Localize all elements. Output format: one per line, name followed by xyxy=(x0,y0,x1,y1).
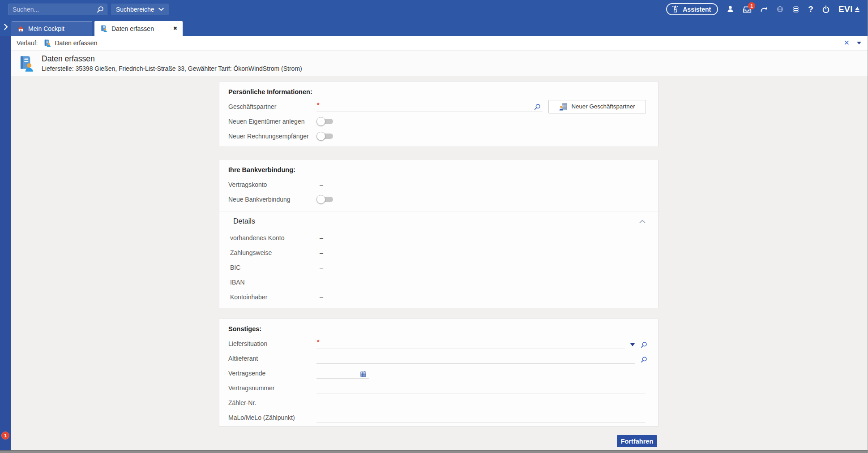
brand-logo: EVI xyxy=(838,4,860,14)
doc-person-icon xyxy=(100,25,107,32)
expand-sidebar-button[interactable] xyxy=(0,20,12,34)
data-button[interactable] xyxy=(792,6,800,13)
global-search-box[interactable] xyxy=(8,4,107,15)
globe-icon xyxy=(776,5,784,13)
topbar-actions: Assistent 1 ? EVI xyxy=(666,3,860,15)
field-value: – xyxy=(316,264,323,271)
history-menu-triangle-icon[interactable] xyxy=(857,42,861,44)
form-row-vertragsende: Vertragsende xyxy=(228,366,649,380)
collapsed-sidebar[interactable]: 1 xyxy=(0,36,11,450)
field-label: Kontoinhaber xyxy=(228,293,316,301)
tab-label: Mein Cockpit xyxy=(28,25,64,32)
page-subtitle: Lieferstelle: 35398 Gießen, Friedrich-Li… xyxy=(42,65,302,72)
home-icon xyxy=(17,26,24,32)
field-label: Zähler-Nr. xyxy=(228,399,316,406)
field-label: MaLo/MeLo (Zählpunkt) xyxy=(228,414,316,421)
tab-daten-erfassen[interactable]: Daten erfassen ✖ xyxy=(94,21,183,36)
field-label: Zahlungsweise xyxy=(228,249,316,256)
redo-arrow-icon xyxy=(760,5,768,13)
continue-button[interactable]: Fortfahren xyxy=(617,435,657,447)
bank-details-panel: Details vorhandenes Konto – Zahlungsweis… xyxy=(219,211,658,304)
field-label: BIC xyxy=(228,264,316,271)
database-icon xyxy=(792,6,800,13)
doc-person-icon xyxy=(43,39,51,47)
field-label: Vertragsende xyxy=(228,370,316,377)
form-row-malo-melo: MaLo/MeLo (Zählpunkt) xyxy=(228,410,649,425)
tab-bar: Mein Cockpit Daten erfassen ✖ xyxy=(0,18,868,36)
network-button[interactable] xyxy=(776,5,784,13)
required-marker: * xyxy=(317,101,319,108)
assistant-label: Assistent xyxy=(683,6,711,13)
brand-text: EVI xyxy=(838,4,853,14)
question-mark-icon: ? xyxy=(808,4,813,14)
new-partner-button[interactable]: Neuer Geschäftspartner xyxy=(548,100,646,113)
field-value: – xyxy=(316,279,323,286)
form-row-vorhandenes-konto: vorhandenes Konto – xyxy=(228,230,649,245)
details-header[interactable]: Details xyxy=(228,211,649,230)
dropdown-triangle-icon[interactable] xyxy=(630,343,635,346)
page-doc-person-icon xyxy=(17,55,34,72)
form-row-eigentuemer: Neuen Eigentümer anlegen xyxy=(228,114,649,129)
search-icon[interactable] xyxy=(534,104,541,110)
section-title: Persönliche Informationen: xyxy=(228,82,649,99)
sailboat-icon xyxy=(854,6,860,13)
field-label: Neuer Rechnungsempfänger xyxy=(228,133,316,140)
history-item[interactable]: Daten erfassen xyxy=(43,39,97,47)
inbox-badge: 1 xyxy=(748,2,755,9)
power-icon xyxy=(822,5,830,13)
tab-close-button[interactable]: ✖ xyxy=(173,26,177,31)
section-title: Sonstiges: xyxy=(228,319,649,336)
search-input[interactable] xyxy=(13,6,97,13)
history-close-button[interactable]: ✕ xyxy=(844,39,850,47)
form-row-altlieferant: Altlieferant xyxy=(228,351,649,366)
owner-toggle[interactable] xyxy=(316,117,334,126)
lighthouse-icon xyxy=(671,5,679,13)
search-icon[interactable] xyxy=(641,356,647,363)
form-row-geschaeftspartner: Geschäftspartner * Neuer Geschäftspartne… xyxy=(228,99,649,114)
form-row-rechnungsempfaenger: Neuer Rechnungsempfänger xyxy=(228,129,649,143)
field-label: Neue Bankverbindung xyxy=(228,196,316,203)
geschaeftspartner-input[interactable]: * xyxy=(316,101,543,112)
inbox-button[interactable]: 1 xyxy=(743,5,752,13)
section-personal-info: Persönliche Informationen: Geschäftspart… xyxy=(219,81,658,147)
help-button[interactable]: ? xyxy=(808,4,813,14)
search-icon[interactable] xyxy=(97,6,104,13)
zaehler-nr-input[interactable] xyxy=(316,397,650,408)
field-label: Vertragsnummer xyxy=(228,384,316,392)
form-row-iban: IBAN – xyxy=(228,275,649,289)
field-label: vorhandenes Konto xyxy=(228,234,316,242)
redo-button[interactable] xyxy=(760,5,768,13)
form-row-bic: BIC – xyxy=(228,260,649,275)
vertragsende-input[interactable] xyxy=(316,368,650,379)
new-partner-button-label: Neuer Geschäftspartner xyxy=(571,103,635,110)
logoff-button[interactable] xyxy=(822,5,830,13)
chevron-up-icon[interactable] xyxy=(639,220,646,224)
page-title: Daten erfassen xyxy=(42,54,302,64)
invoice-recipient-toggle[interactable] xyxy=(316,132,334,141)
assistant-button[interactable]: Assistent xyxy=(666,3,718,15)
calendar-icon[interactable] xyxy=(360,371,366,377)
top-bar: Suchbereiche Assistent 1 ? EVI xyxy=(0,0,868,18)
liefersituation-input[interactable]: * xyxy=(316,338,650,349)
form-row-neue-bankverbindung: Neue Bankverbindung xyxy=(228,192,649,207)
page-header: Daten erfassen Lieferstelle: 35398 Gieße… xyxy=(11,51,868,76)
history-bar: Verlauf: Daten erfassen ✕ xyxy=(11,36,868,51)
chevron-right-icon xyxy=(4,24,8,30)
malo-melo-input[interactable] xyxy=(316,412,650,423)
search-scope-button[interactable]: Suchbereiche xyxy=(111,4,169,15)
new-bank-toggle[interactable] xyxy=(316,195,334,204)
window-bottom-edge xyxy=(0,450,868,453)
chevron-down-icon xyxy=(158,8,164,11)
vertragsnummer-input[interactable] xyxy=(316,383,650,393)
tab-mein-cockpit[interactable]: Mein Cockpit xyxy=(12,21,92,36)
field-value: – xyxy=(316,181,323,188)
search-icon[interactable] xyxy=(641,341,647,348)
details-title: Details xyxy=(233,217,255,225)
user-button[interactable] xyxy=(727,5,734,13)
field-label: Geschäftspartner xyxy=(228,103,316,110)
field-value: – xyxy=(316,293,323,301)
form-row-liefersituation: Liefersituation * xyxy=(228,336,649,351)
section-bank: Ihre Bankverbindung: Vertragskonto – Neu… xyxy=(219,159,658,308)
altlieferant-input[interactable] xyxy=(316,353,650,364)
field-label: Liefersituation xyxy=(228,340,316,347)
